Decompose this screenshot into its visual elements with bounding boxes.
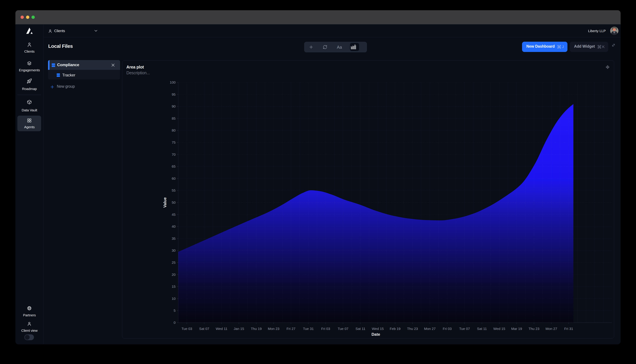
- svg-text:75: 75: [172, 140, 176, 144]
- svg-text:Sat 11: Sat 11: [477, 327, 487, 330]
- svg-text:70: 70: [172, 152, 176, 156]
- svg-text:90: 90: [172, 104, 176, 108]
- svg-text:5: 5: [174, 308, 176, 312]
- svg-text:Sat 11: Sat 11: [356, 327, 365, 330]
- svg-text:Fri 31: Fri 31: [564, 327, 573, 330]
- svg-text:Date: Date: [372, 332, 380, 336]
- svg-text:Jan 15: Jan 15: [234, 327, 244, 330]
- svg-text:Sat 07: Sat 07: [199, 327, 209, 330]
- svg-text:10: 10: [172, 297, 176, 300]
- svg-text:Mon 23: Mon 23: [268, 327, 279, 330]
- svg-text:Mon 27: Mon 27: [424, 327, 436, 330]
- svg-text:Mon 27: Mon 27: [546, 327, 557, 330]
- svg-text:Thu 23: Thu 23: [528, 327, 539, 330]
- svg-text:Fri 03: Fri 03: [443, 327, 452, 330]
- svg-text:Value: Value: [163, 198, 167, 208]
- svg-text:60: 60: [172, 176, 176, 180]
- svg-text:55: 55: [172, 188, 176, 192]
- svg-text:15: 15: [172, 284, 176, 288]
- svg-text:Wed 11: Wed 11: [216, 327, 227, 330]
- svg-text:Thu 19: Thu 19: [251, 327, 262, 330]
- svg-text:0: 0: [174, 321, 176, 324]
- svg-text:25: 25: [172, 260, 176, 264]
- svg-text:100: 100: [170, 80, 176, 84]
- svg-text:20: 20: [172, 273, 176, 276]
- svg-text:95: 95: [172, 92, 176, 96]
- svg-text:Fri 27: Fri 27: [286, 327, 295, 330]
- svg-text:Fri 03: Fri 03: [321, 327, 330, 330]
- svg-text:30: 30: [172, 248, 176, 252]
- svg-text:Feb 19: Feb 19: [390, 327, 401, 330]
- svg-text:Tue 07: Tue 07: [459, 327, 470, 330]
- svg-text:Mar 19: Mar 19: [511, 327, 522, 330]
- svg-text:50: 50: [172, 200, 176, 204]
- svg-text:65: 65: [172, 164, 176, 168]
- svg-text:Tue 07: Tue 07: [338, 327, 349, 330]
- svg-text:80: 80: [172, 128, 176, 132]
- svg-text:45: 45: [172, 212, 176, 216]
- svg-text:Tue 03: Tue 03: [182, 327, 192, 330]
- svg-text:Wed 15: Wed 15: [493, 327, 505, 330]
- svg-text:35: 35: [172, 236, 176, 240]
- svg-text:Wed 15: Wed 15: [372, 327, 384, 330]
- svg-text:Tue 31: Tue 31: [303, 327, 314, 330]
- svg-text:40: 40: [172, 224, 176, 228]
- svg-text:Thu 23: Thu 23: [407, 327, 418, 330]
- svg-text:85: 85: [172, 116, 176, 120]
